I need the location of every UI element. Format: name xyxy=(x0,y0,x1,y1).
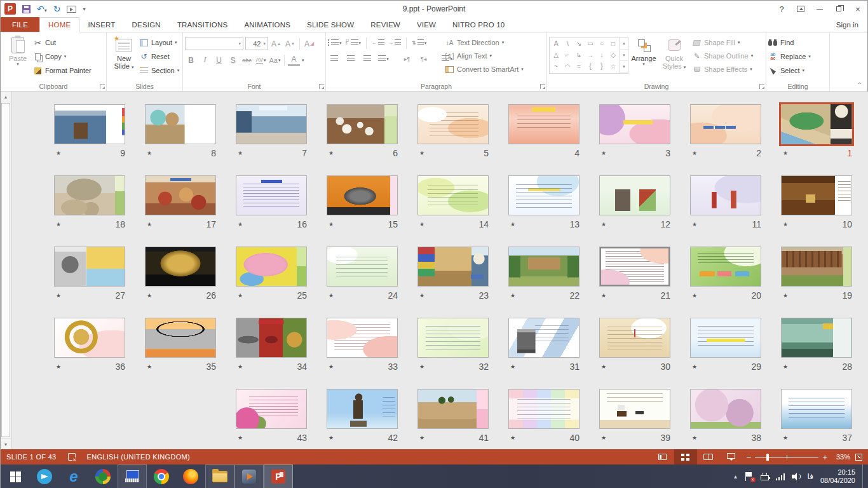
slide-23-cell[interactable]: ★23 xyxy=(417,247,489,301)
taskbar-firefox[interactable] xyxy=(176,464,205,488)
shape-option-icon[interactable]: ~ xyxy=(554,64,558,70)
slide-9-cell[interactable]: ★9 xyxy=(54,104,125,158)
zoom-slider-thumb[interactable] xyxy=(766,454,769,461)
transition-star-icon[interactable]: ★ xyxy=(508,435,515,441)
shape-effects-button[interactable]: Shape Effects▾ xyxy=(692,64,753,75)
slide-28-cell[interactable]: ★28 xyxy=(781,318,852,372)
slide-27-cell[interactable]: ★27 xyxy=(54,247,125,301)
transition-star-icon[interactable]: ★ xyxy=(690,435,697,441)
taskbar-media-player[interactable] xyxy=(234,464,264,488)
slide-41-cell[interactable]: ★41 xyxy=(417,389,489,443)
slide-27-thumbnail[interactable] xyxy=(54,247,125,287)
shape-option-icon[interactable]: → xyxy=(587,52,593,58)
tab-design[interactable]: DESIGN xyxy=(124,17,169,32)
tab-home[interactable]: HOME xyxy=(39,17,79,32)
shape-option-icon[interactable]: △ xyxy=(553,52,559,58)
slide-13-cell[interactable]: ★13 xyxy=(508,175,580,229)
slide-20-cell[interactable]: ★20 xyxy=(690,247,761,301)
slide-4-cell[interactable]: 4 xyxy=(508,104,580,158)
scrollbar-thumb[interactable] xyxy=(1,103,10,437)
slide-31-thumbnail[interactable] xyxy=(508,318,580,358)
shape-option-icon[interactable]: ◇ xyxy=(611,52,616,58)
slide-41-thumbnail[interactable] xyxy=(417,389,489,429)
slide-24-cell[interactable]: ★24 xyxy=(327,247,398,301)
tab-transitions[interactable]: TRANSITIONS xyxy=(169,17,236,32)
transition-star-icon[interactable]: ★ xyxy=(599,292,606,299)
left-to-right-button[interactable]: ▸¶ xyxy=(401,53,413,65)
shape-option-icon[interactable]: ≈ xyxy=(577,64,581,70)
zoom-out-button[interactable]: − xyxy=(743,452,756,462)
cut-button[interactable]: ✂Cut xyxy=(33,37,92,48)
slide-18-cell[interactable]: ★18 xyxy=(54,175,125,229)
transition-star-icon[interactable]: ★ xyxy=(781,292,788,299)
redo-icon[interactable]: ↻ xyxy=(53,4,61,13)
transition-star-icon[interactable]: ★ xyxy=(508,292,515,299)
underline-button[interactable]: U xyxy=(213,54,225,66)
slide-29-cell[interactable]: ★29 xyxy=(690,318,761,372)
slide-42-cell[interactable]: ★42 xyxy=(327,389,398,443)
slide-7-cell[interactable]: ★7 xyxy=(236,104,307,158)
slide-8-cell[interactable]: ★8 xyxy=(145,104,216,158)
shape-option-icon[interactable]: ○ xyxy=(600,41,604,47)
shape-option-icon[interactable]: } xyxy=(600,64,602,70)
shapes-gallery-scrollbar[interactable]: ▲▼▼ xyxy=(620,37,628,74)
slide-5-thumbnail[interactable] xyxy=(417,104,489,144)
zoom-level[interactable]: 33% xyxy=(831,453,855,461)
shape-option-icon[interactable]: ↘ xyxy=(576,41,581,47)
slide-37-thumbnail[interactable] xyxy=(781,389,852,429)
font-name-combo[interactable]: ▾ xyxy=(185,37,243,50)
slide-29-thumbnail[interactable] xyxy=(690,318,761,358)
slide-6-cell[interactable]: ★6 xyxy=(327,104,398,158)
shape-option-icon[interactable]: ⌐ xyxy=(566,52,569,58)
slide-11-cell[interactable]: ★11 xyxy=(690,175,761,229)
transition-star-icon[interactable]: ★ xyxy=(145,292,152,299)
spell-check-button[interactable] xyxy=(62,449,81,464)
shapes-more-icon[interactable]: ▼ xyxy=(620,61,628,73)
shape-option-icon[interactable]: ↓ xyxy=(600,52,604,58)
slide-12-cell[interactable]: ★12 xyxy=(599,175,670,229)
text-shadow-button[interactable]: S xyxy=(227,54,239,66)
collapse-ribbon-icon[interactable]: ⌃ xyxy=(857,81,862,88)
shape-option-icon[interactable]: □ xyxy=(611,41,615,47)
transition-star-icon[interactable]: ★ xyxy=(54,150,61,156)
transition-star-icon[interactable]: ★ xyxy=(236,150,243,156)
slide-40-thumbnail[interactable] xyxy=(508,389,580,429)
reading-view-button[interactable] xyxy=(697,449,720,464)
slide-10-thumbnail[interactable] xyxy=(781,175,852,215)
transition-star-icon[interactable]: ★ xyxy=(54,292,61,299)
undo-icon[interactable]: ↶▾ xyxy=(37,4,47,13)
align-left-button[interactable] xyxy=(328,53,340,65)
align-right-button[interactable] xyxy=(361,53,373,65)
slide-1-cell[interactable]: ★1 xyxy=(781,104,852,158)
slide-16-cell[interactable]: ★16 xyxy=(236,175,307,229)
slide-22-cell[interactable]: ★22 xyxy=(508,247,580,301)
clipboard-dialog-launcher-icon[interactable] xyxy=(100,84,105,89)
transition-star-icon[interactable]: ★ xyxy=(508,363,515,370)
transition-star-icon[interactable]: ★ xyxy=(417,435,424,441)
transition-star-icon[interactable]: ★ xyxy=(781,221,788,227)
numbering-button[interactable]: ▾ xyxy=(346,37,362,49)
transition-star-icon[interactable]: ★ xyxy=(690,363,697,370)
shape-fill-button[interactable]: Shape Fill▾ xyxy=(692,37,753,48)
paragraph-dialog-launcher-icon[interactable] xyxy=(540,84,545,89)
transition-star-icon[interactable]: ★ xyxy=(327,221,334,227)
ribbon-display-options-icon[interactable] xyxy=(791,2,810,16)
slide-show-button[interactable] xyxy=(720,449,743,464)
slide-19-cell[interactable]: ★19 xyxy=(781,247,852,301)
find-button[interactable]: Find xyxy=(768,37,811,48)
language-indicator[interactable]: ENGLISH (UNITED KINGDOM) xyxy=(81,449,196,464)
scroll-down-icon[interactable]: ▼ xyxy=(1,438,11,449)
slide-16-thumbnail[interactable] xyxy=(236,175,307,215)
transition-star-icon[interactable]: ★ xyxy=(599,150,606,156)
new-slide-button[interactable]: NewSlide ▾ xyxy=(109,34,139,80)
transition-star-icon[interactable]: ★ xyxy=(327,363,334,370)
slide-36-thumbnail[interactable] xyxy=(54,318,125,358)
slide-21-thumbnail[interactable] xyxy=(599,247,670,287)
slide-43-thumbnail[interactable] xyxy=(236,389,307,429)
slide-3-thumbnail[interactable] xyxy=(599,104,670,144)
normal-view-button[interactable] xyxy=(651,449,674,464)
minimize-icon[interactable] xyxy=(810,2,829,16)
slide-18-thumbnail[interactable] xyxy=(54,175,125,215)
increase-font-size-button[interactable]: A▲ xyxy=(270,37,282,50)
format-painter-button[interactable]: Format Painter xyxy=(33,65,92,76)
